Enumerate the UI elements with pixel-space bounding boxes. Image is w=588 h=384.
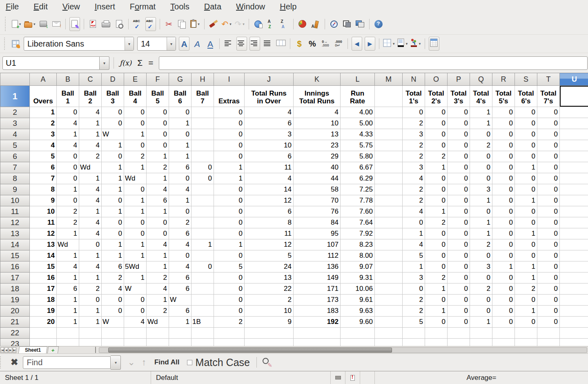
cell[interactable]	[192, 129, 214, 140]
cell[interactable]: 7.92	[341, 228, 375, 239]
cell[interactable]: 1	[124, 129, 147, 140]
cell[interactable]: 9	[245, 317, 294, 328]
add-sheet-button[interactable]: +	[47, 346, 59, 353]
cell[interactable]: 0	[169, 129, 192, 140]
cell[interactable]	[192, 272, 214, 284]
cell[interactable]: 0	[515, 317, 537, 328]
cell[interactable]: 84	[294, 217, 341, 228]
row-header-23[interactable]: 23	[0, 339, 30, 346]
cell[interactable]: Total 6's	[515, 86, 537, 107]
cell[interactable]: 0	[448, 306, 470, 317]
row-header-16[interactable]: 16	[0, 261, 30, 272]
menu-help[interactable]: Help	[280, 2, 296, 11]
row-header-7[interactable]: 7	[0, 162, 30, 173]
cell[interactable]: 4	[57, 118, 79, 129]
cell[interactable]	[515, 339, 537, 346]
cell[interactable]: 6	[169, 306, 192, 317]
cell[interactable]: 1	[102, 162, 124, 173]
cell[interactable]: 0	[403, 217, 425, 228]
cell[interactable]: 4	[102, 284, 124, 295]
cell[interactable]: Overs	[30, 86, 57, 107]
cell[interactable]	[448, 339, 470, 346]
cell[interactable]: 0	[448, 184, 470, 195]
match-case-label[interactable]: Match Case	[196, 357, 250, 368]
cell[interactable]: 3	[403, 129, 425, 140]
cell[interactable]: 1	[30, 107, 57, 118]
row-header-3[interactable]: 3	[0, 118, 30, 129]
cell[interactable]: 5.00	[341, 118, 375, 129]
cell[interactable]: 2	[515, 284, 537, 295]
cell[interactable]: 0	[102, 151, 124, 162]
cell[interactable]: 0	[515, 118, 537, 129]
sheet-tab-sheet1[interactable]: Sheet1	[18, 346, 48, 353]
cell[interactable]	[375, 162, 403, 173]
hyperlink-button[interactable]	[253, 17, 263, 31]
cell[interactable]: 5	[30, 151, 57, 162]
cell[interactable]: 0	[470, 151, 492, 162]
row-header-20[interactable]: 20	[0, 306, 30, 317]
cell[interactable]	[124, 328, 147, 339]
cell[interactable]	[560, 239, 588, 250]
cell[interactable]: 10	[245, 140, 294, 151]
cell[interactable]: 0	[124, 295, 147, 306]
cell[interactable]: 12	[245, 195, 294, 206]
cell[interactable]: 0	[214, 250, 245, 261]
cell[interactable]: 0	[537, 217, 560, 228]
cell[interactable]: 2	[425, 217, 448, 228]
cell[interactable]	[492, 328, 515, 339]
cell[interactable]: 0	[492, 295, 515, 306]
cell[interactable]: 3	[470, 184, 492, 195]
cell[interactable]: 0	[470, 306, 492, 317]
cell[interactable]: 6	[245, 118, 294, 129]
cell[interactable]: 0	[124, 140, 147, 151]
cell[interactable]: 4.33	[341, 129, 375, 140]
cell[interactable]: 0	[214, 195, 245, 206]
cell[interactable]	[294, 328, 341, 339]
find-next-icon[interactable]: ⌄	[127, 357, 135, 368]
menu-edit[interactable]: Edit	[33, 2, 47, 11]
cell[interactable]: 4	[79, 261, 102, 272]
cell[interactable]: 44	[294, 173, 341, 184]
cell[interactable]: 4	[403, 173, 425, 184]
cell[interactable]: 0	[448, 295, 470, 306]
cell[interactable]	[30, 328, 57, 339]
menu-tools[interactable]: Tools	[170, 2, 189, 11]
cell[interactable]: 8.23	[341, 239, 375, 250]
cell[interactable]: 4	[79, 184, 102, 195]
cell[interactable]: 1	[57, 129, 79, 140]
cell[interactable]: 1	[147, 206, 169, 217]
insert-chart-button[interactable]	[297, 17, 308, 31]
cell[interactable]	[560, 306, 588, 317]
tab-scrollbar-divider[interactable]	[95, 347, 97, 353]
font-size-combobox[interactable]: 14▾	[137, 37, 176, 51]
toolbar-grip[interactable]	[0, 356, 2, 368]
cell[interactable]	[192, 217, 214, 228]
cell[interactable]	[470, 328, 492, 339]
cell[interactable]: 2	[403, 118, 425, 129]
cell[interactable]: 2	[147, 162, 169, 173]
show-draw-functions-button[interactable]	[310, 17, 321, 31]
cell[interactable]	[560, 339, 588, 346]
column-header-B[interactable]: B	[57, 73, 79, 86]
cell[interactable]: 0	[492, 162, 515, 173]
cell[interactable]: 5	[214, 261, 245, 272]
font-color-button[interactable]: ▾	[410, 37, 421, 51]
cell[interactable]: 17	[30, 284, 57, 295]
cell[interactable]: 18	[30, 295, 57, 306]
cell[interactable]	[375, 206, 403, 217]
cell[interactable]: 8	[245, 217, 294, 228]
cell[interactable]	[560, 162, 588, 173]
cell[interactable]	[560, 328, 588, 339]
cell[interactable]: 1	[124, 162, 147, 173]
cell[interactable]: 0	[492, 317, 515, 328]
cell[interactable]: 6	[245, 151, 294, 162]
cell[interactable]: 0	[124, 184, 147, 195]
cell[interactable]: 0	[102, 295, 124, 306]
cell[interactable]: 2	[470, 284, 492, 295]
export-pdf-button[interactable]	[88, 17, 98, 31]
cell[interactable]: 3	[403, 162, 425, 173]
cell[interactable]	[375, 306, 403, 317]
cell[interactable]: 0	[425, 195, 448, 206]
column-header-D[interactable]: D	[102, 73, 124, 86]
cell[interactable]: 0	[102, 107, 124, 118]
